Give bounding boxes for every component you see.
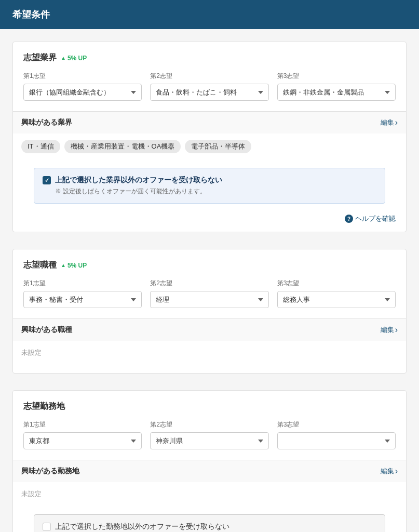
industry-third-group: 第3志望 鉄鋼・非鉄金属・金属製品: [277, 72, 396, 101]
location-interest-title: 興味がある勤務地: [21, 467, 79, 476]
location-interest-box: 興味がある勤務地 編集 未設定: [13, 460, 406, 506]
occupation-interest-title: 興味がある職種: [21, 325, 72, 335]
occupation-third-group: 第3志望 総務人事: [277, 279, 396, 308]
location-third-group: 第3志望: [277, 420, 396, 449]
occupation-third-label: 第3志望: [277, 279, 396, 288]
industry-help-icon: ?: [345, 215, 353, 223]
industry-help-link[interactable]: ? ヘルプを確認: [13, 212, 406, 232]
industry-interest-box: 興味がある業界 編集 IT・通信 機械・産業用装置・電機・OA機器 電子部品・半…: [13, 111, 406, 159]
location-first-select[interactable]: 東京都: [23, 432, 142, 449]
location-second-label: 第2志望: [150, 420, 268, 429]
industry-tags-area: IT・通信 機械・産業用装置・電機・OA機器 電子部品・半導体: [13, 134, 406, 159]
industry-first-group: 第1志望 銀行（協同組織金融含む）: [23, 72, 142, 101]
industry-tag-1: IT・通信: [21, 140, 60, 153]
industry-badge: 5% UP: [61, 55, 87, 62]
industry-second-group: 第2志望 食品・飲料・たばこ・飼料: [150, 72, 268, 101]
occupation-section-title: 志望職種: [23, 260, 57, 271]
industry-edit-link[interactable]: 編集: [381, 118, 398, 127]
industry-section: 志望業界 5% UP 第1志望 銀行（協同組織金融含む） 第2志望 食品・飲料・…: [12, 42, 407, 232]
occupation-section: 志望職種 5% UP 第1志望 事務・秘書・受付 第2志望 経理 第3志望: [12, 249, 407, 374]
occupation-third-select[interactable]: 総務人事: [277, 291, 396, 308]
industry-interest-header: 興味がある業界 編集: [13, 112, 406, 134]
location-third-label: 第3志望: [277, 420, 396, 429]
industry-first-select[interactable]: 銀行（協同組織金融含む）: [23, 84, 142, 101]
industry-section-title: 志望業界: [23, 52, 57, 63]
industry-help-label: ヘルプを確認: [355, 214, 396, 223]
location-second-group: 第2志望 神奈川県: [150, 420, 268, 449]
location-unset: 未設定: [13, 482, 406, 506]
location-checkbox[interactable]: [43, 523, 51, 531]
occupation-badge: 5% UP: [61, 262, 87, 269]
location-checkbox-box: 上記で選択した勤務地以外のオファーを受け取らない ※ 「こだわらない」以外を設定…: [34, 514, 385, 532]
industry-checkbox-note: ※ 設定後しばらくオファーが届く可能性があります。: [55, 187, 376, 196]
location-section-title: 志望勤務地: [23, 401, 65, 412]
industry-interest-title: 興味がある業界: [21, 118, 72, 127]
industry-third-label: 第3志望: [277, 72, 396, 81]
location-interest-header: 興味がある勤務地 編集: [13, 460, 406, 482]
occupation-interest-box: 興味がある職種 編集 未設定: [13, 318, 406, 365]
industry-first-label: 第1志望: [23, 72, 142, 81]
industry-tag-3: 電子部品・半導体: [185, 140, 251, 153]
occupation-interest-header: 興味がある職種 編集: [13, 319, 406, 341]
occupation-first-select[interactable]: 事務・秘書・受付: [23, 291, 142, 308]
location-section: 志望勤務地 第1志望 東京都 第2志望 神奈川県 第3志望: [12, 390, 407, 532]
location-third-select[interactable]: [277, 432, 396, 449]
occupation-second-group: 第2志望 経理: [150, 279, 268, 308]
occupation-unset: 未設定: [13, 341, 406, 365]
industry-checkbox-label: 上記で選択した業界以外のオファーを受け取らない: [55, 176, 222, 185]
location-checkbox-label: 上記で選択した勤務地以外のオファーを受け取らない: [55, 522, 229, 531]
page-header: 希望条件: [0, 0, 419, 29]
industry-tag-2: 機械・産業用装置・電機・OA機器: [64, 140, 181, 153]
industry-checkbox-box: 上記で選択した業界以外のオファーを受け取らない ※ 設定後しばらくオファーが届く…: [34, 168, 385, 204]
industry-second-label: 第2志望: [150, 72, 268, 81]
industry-second-select[interactable]: 食品・飲料・たばこ・飼料: [150, 84, 268, 101]
occupation-first-label: 第1志望: [23, 279, 142, 288]
occupation-edit-link[interactable]: 編集: [381, 325, 398, 335]
industry-checkbox[interactable]: [43, 176, 51, 184]
occupation-second-select[interactable]: 経理: [150, 291, 268, 308]
location-first-label: 第1志望: [23, 420, 142, 429]
location-first-group: 第1志望 東京都: [23, 420, 142, 449]
industry-third-select[interactable]: 鉄鋼・非鉄金属・金属製品: [277, 84, 396, 101]
page-title: 希望条件: [12, 9, 50, 20]
occupation-first-group: 第1志望 事務・秘書・受付: [23, 279, 142, 308]
occupation-second-label: 第2志望: [150, 279, 268, 288]
location-second-select[interactable]: 神奈川県: [150, 432, 268, 449]
location-edit-link[interactable]: 編集: [381, 467, 398, 476]
